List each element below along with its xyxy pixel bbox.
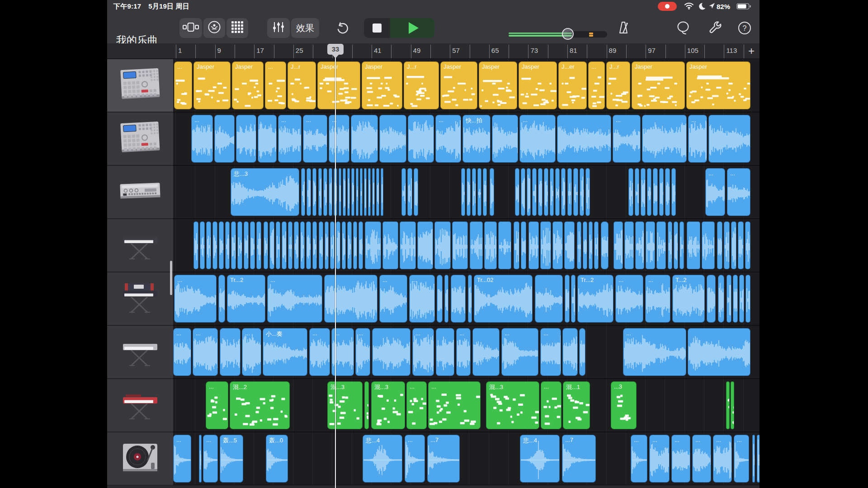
region[interactable]: ... [267,275,322,323]
metronome-button[interactable] [614,21,632,37]
region-slice[interactable] [573,168,578,216]
track-header-5[interactable] [107,272,173,326]
region-slice[interactable] [339,168,341,216]
playhead-marker[interactable]: 33 [327,44,344,55]
region-slice[interactable] [294,221,298,269]
region[interactable]: 轰...5 [220,435,243,483]
song-section-add-button[interactable]: + [745,45,757,57]
region-slice[interactable] [264,221,268,269]
region[interactable] [468,275,472,323]
region-slice[interactable] [347,168,350,216]
region-slice[interactable] [514,221,519,269]
region[interactable]: ... [671,435,690,483]
track-header-6[interactable] [107,326,173,379]
track-header-8[interactable] [107,432,173,486]
region-slice[interactable] [200,221,205,269]
region-slice[interactable] [589,221,593,269]
region[interactable]: ...7 [427,435,460,483]
region[interactable] [731,381,734,429]
region-slice[interactable] [583,221,587,269]
region-slice-group[interactable] [613,221,666,269]
region-slice[interactable] [665,168,670,216]
region-slice[interactable] [276,221,280,269]
region[interactable]: ... [705,168,725,216]
region-slice[interactable] [467,168,471,216]
region-slice-group[interactable] [264,221,317,269]
region-slice[interactable] [521,221,527,269]
region[interactable]: ... [193,328,218,376]
region-slice[interactable] [745,275,750,323]
region-slice[interactable] [307,168,311,216]
region-slice[interactable] [472,168,476,216]
region-slice[interactable] [532,168,537,216]
region[interactable]: ... [174,275,217,323]
region[interactable]: ... [613,115,641,163]
region-slice[interactable] [353,221,358,269]
region[interactable]: J...r [404,61,439,109]
region-slice[interactable] [567,168,572,216]
region[interactable] [707,275,716,323]
region[interactable]: 混...3 [486,381,539,429]
region[interactable]: ... [541,381,561,429]
region-slice-group[interactable] [365,221,468,269]
region-slice[interactable] [679,221,684,269]
region-slice[interactable] [417,221,434,269]
region[interactable]: Jasper [519,61,557,109]
region-slice[interactable] [300,221,305,269]
region[interactable]: ... [631,435,647,483]
region[interactable]: ... [173,328,191,376]
region[interactable]: 悲...4 [363,435,402,483]
region-slice[interactable] [244,221,249,269]
region-slice[interactable] [452,221,468,269]
region-slice[interactable] [477,168,481,216]
region-slice[interactable] [372,168,375,216]
region[interactable] [364,381,369,429]
region-slice-group[interactable] [565,275,576,323]
region[interactable]: Tr...2 [227,275,265,323]
region-slice[interactable] [653,168,658,216]
region-slice[interactable] [237,221,242,269]
region-slice-group[interactable] [528,221,575,269]
track-header-1[interactable] [107,59,173,113]
screen-recording-indicator[interactable] [658,2,677,11]
region[interactable]: 小...奏 [263,328,307,376]
region-slice[interactable] [552,221,563,269]
region[interactable] [490,168,494,216]
region[interactable]: ... [692,435,711,483]
region[interactable]: ... [540,328,561,376]
track-lane-1[interactable]: ...JasperJasper...J...rJasperJasperJ...r… [173,59,760,113]
region[interactable] [451,275,466,323]
region[interactable]: J...r [606,61,630,109]
region-slice[interactable] [368,168,371,216]
region[interactable] [752,435,755,483]
region[interactable]: ... [265,61,286,109]
region-slice[interactable] [330,221,335,269]
region-slice[interactable] [312,168,316,216]
region[interactable]: ... [456,328,471,376]
track-lane-6[interactable]: .........小...奏........................ [173,326,760,379]
region[interactable]: J...er [558,61,587,109]
region-slice[interactable] [726,275,731,323]
track-lane-4[interactable] [173,219,760,272]
track-lane-7[interactable]: ...混...2混...3混...3......混...3...混...1...… [173,379,760,432]
region[interactable] [718,275,724,323]
region-slice[interactable] [647,168,652,216]
region[interactable] [535,275,563,323]
region-slice[interactable] [206,221,211,269]
region-slice[interactable] [674,221,678,269]
region-slice[interactable] [461,168,465,216]
region[interactable]: ... [174,61,192,109]
region[interactable]: ... [206,381,228,429]
track-lane-8[interactable]: ......轰...5轰...0悲...4......7悲...4...7...… [173,432,760,486]
region-slice[interactable] [733,275,738,323]
region[interactable]: ... [645,275,670,323]
region-slice-group[interactable] [339,168,359,216]
region-slice[interactable] [561,168,566,216]
region[interactable]: Jasper [232,61,264,109]
region-slice[interactable] [319,221,323,269]
region-slice-group[interactable] [668,221,684,269]
region-slice[interactable] [269,221,274,269]
region-slice-group[interactable] [726,275,750,323]
region-slice[interactable] [528,221,539,269]
region[interactable]: Jasper [686,61,750,109]
